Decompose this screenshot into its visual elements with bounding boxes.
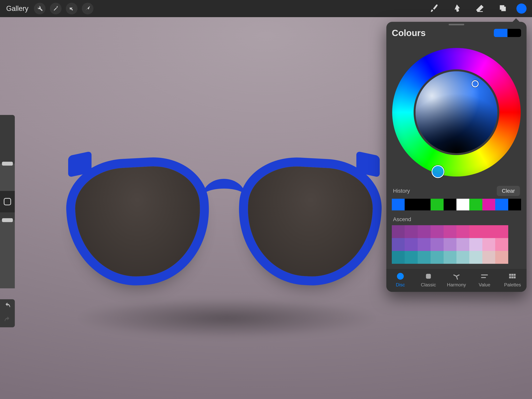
redo-button[interactable] [0,313,15,327]
palette-swatch[interactable] [482,225,495,238]
palette-swatch[interactable] [456,251,469,264]
wrench-icon [37,5,43,12]
hue-ring[interactable] [392,48,521,176]
left-sidebar [0,115,15,327]
top-toolbar: Gallery [0,0,532,17]
palette-swatch[interactable] [392,225,405,238]
palette-swatch[interactable] [508,238,521,251]
smudge-icon [452,4,461,13]
palette-swatch[interactable] [456,225,469,238]
palette-swatch[interactable] [405,251,418,264]
tab-classic[interactable]: Classic [417,272,440,288]
slider-thumb[interactable] [2,218,13,222]
saturation-value-disc[interactable] [416,71,497,153]
palette-swatch[interactable] [482,251,495,264]
tab-palettes[interactable]: Palettes [501,272,524,288]
modify-button[interactable] [0,191,15,212]
palette-swatch[interactable] [443,225,456,238]
palette-swatch[interactable] [418,251,431,264]
sv-cursor[interactable] [472,80,479,87]
palette-grid [392,225,521,264]
actions-button[interactable] [34,3,45,14]
colour-disc[interactable] [386,42,526,182]
palette-swatch[interactable] [405,238,418,251]
hue-cursor[interactable] [431,165,444,178]
tab-disc[interactable]: Disc [389,272,412,288]
palette-swatch[interactable] [392,238,405,251]
undo-icon [4,302,11,310]
palette-name: Ascend [392,210,521,225]
gallery-button[interactable]: Gallery [6,5,28,13]
palette-swatch[interactable] [431,238,443,251]
svg-rect-1 [426,274,431,278]
palette-swatch[interactable] [456,238,469,251]
slider-thumb[interactable] [2,162,13,166]
palette-swatch[interactable] [469,251,482,264]
palette-swatch[interactable] [418,238,431,251]
secondary-colour-swatch[interactable] [507,29,521,37]
palette-swatch[interactable] [443,251,456,264]
svg-rect-5 [509,277,511,278]
color-button[interactable] [516,4,526,14]
canvas-object-sunglasses [66,142,382,309]
palette-swatch[interactable] [508,251,521,264]
primary-colour-swatch[interactable] [494,29,507,37]
undo-button[interactable] [0,299,15,313]
panel-grabber[interactable] [449,24,464,25]
colour-swatch-pair[interactable] [494,29,521,37]
brush-size-slider[interactable] [0,115,15,191]
adjustments-button[interactable] [50,3,62,14]
svg-rect-2 [509,274,511,276]
history-swatch[interactable] [495,199,508,210]
history-swatch[interactable] [508,199,521,210]
history-swatch[interactable] [405,199,418,210]
history-swatch[interactable] [456,199,469,210]
palette-swatch[interactable] [431,225,443,238]
palette-swatch[interactable] [495,251,508,264]
history-swatch[interactable] [482,199,495,210]
palette-swatch[interactable] [443,238,456,251]
palette-swatch[interactable] [495,238,508,251]
history-swatch[interactable] [469,199,482,210]
palette-swatch[interactable] [405,225,418,238]
clear-history-button[interactable]: Clear [497,186,520,196]
palette-swatch[interactable] [418,225,431,238]
wand-icon [53,5,59,12]
palette-row [392,225,521,238]
history-swatch[interactable] [431,199,443,210]
tab-harmony[interactable]: Harmony [445,272,468,288]
selection-button[interactable] [66,3,77,14]
palette-swatch[interactable] [392,251,405,264]
panel-tabs: Disc Classic Harmony Value Palettes [386,269,526,292]
palettes-icon [509,272,516,280]
palette-swatch[interactable] [508,225,521,238]
classic-icon [424,272,432,280]
smudge-tool[interactable] [452,4,462,14]
transform-button[interactable] [82,3,94,14]
tab-value[interactable]: Value [473,272,496,288]
brush-opacity-slider[interactable] [0,212,15,288]
brush-icon [429,4,438,13]
history-swatch[interactable] [418,199,431,210]
history-swatch[interactable] [443,199,456,210]
svg-point-0 [398,273,403,279]
harmony-icon [453,272,460,280]
arrow-icon [84,5,91,12]
undo-redo-group [0,299,15,327]
palette-swatch[interactable] [469,225,482,238]
square-icon [4,198,11,205]
palette-swatch[interactable] [469,238,482,251]
history-row [392,199,521,210]
layers-button[interactable] [498,4,508,14]
brush-tool[interactable] [429,4,439,14]
palette-row [392,238,521,251]
palette-swatch[interactable] [431,251,443,264]
layers-icon [498,4,507,13]
history-swatch[interactable] [392,199,405,210]
colours-panel: Colours History Clear Ascend Disc Cla [386,22,526,292]
palette-swatch[interactable] [482,238,495,251]
palette-row [392,251,521,264]
eraser-tool[interactable] [475,4,485,14]
selection-icon [69,5,75,12]
palette-swatch[interactable] [495,225,508,238]
